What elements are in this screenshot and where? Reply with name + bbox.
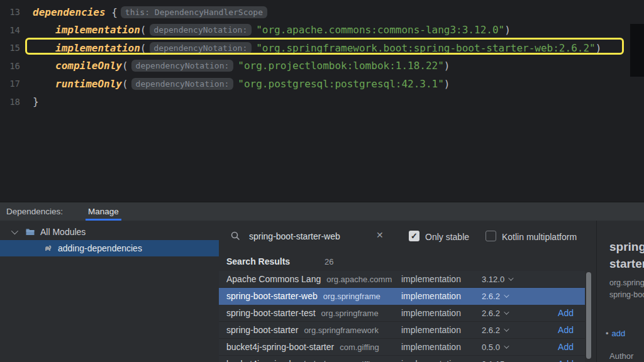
clear-search-icon[interactable]: ✕ — [376, 230, 384, 240]
artifact-name: spring-boot-starter — [226, 325, 298, 335]
dependencies-block-keyword: dependencies — [33, 6, 106, 18]
version-dropdown[interactable]: 3.12.0 — [482, 275, 535, 284]
toolwindow-header: Dependencies: Manage — [0, 202, 644, 221]
version-dropdown[interactable]: 0.1.15 — [482, 359, 535, 362]
add-button[interactable]: Add — [535, 342, 585, 352]
close-paren: ) — [504, 24, 511, 36]
close-paren: ) — [444, 60, 450, 72]
bullet-icon: • — [606, 329, 609, 338]
method-call: implementation — [55, 42, 140, 54]
scope-cell[interactable]: implementation — [401, 291, 482, 301]
version-dropdown[interactable]: 0.5.0 — [482, 343, 535, 352]
table-row-selected[interactable]: spring-boot-starter-weborg.springframe i… — [219, 288, 585, 305]
group-id: com.giffing — [340, 359, 379, 362]
table-row[interactable]: spring-boot-starter-testorg.springframe … — [219, 305, 585, 322]
code-line-13[interactable]: 13 dependencies {this: DependencyHandler… — [0, 3, 644, 21]
detail-artifact-id: spring-boot-starter-web — [609, 290, 644, 299]
artifact-name: spring-boot-starter-test — [226, 308, 316, 318]
table-row[interactable]: bucket4j-spring-boot-startercom.giffing … — [219, 339, 585, 356]
version-dropdown[interactable]: 2.6.2 — [482, 326, 535, 335]
method-call: implementation — [55, 24, 140, 36]
gradle-icon — [43, 243, 53, 253]
open-paren: ( — [122, 78, 128, 90]
search-results-panel: spring-boot-starter-web ✕ ✓ Only stable … — [219, 221, 596, 362]
artifact-name: spring-boot-starter-web — [226, 291, 318, 301]
dependency-string: "org.postgresql:postgresql:42.3.1" — [238, 78, 444, 90]
tree-item-label: adding-dependencies — [58, 243, 142, 253]
close-paren: ) — [444, 78, 450, 90]
code-editor[interactable]: 13 dependencies {this: DependencyHandler… — [0, 0, 644, 202]
tree-item-label: All Modules — [40, 227, 86, 237]
modules-tree: All Modules adding-dependencies — [0, 221, 219, 362]
only-stable-label[interactable]: Only stable — [425, 232, 469, 242]
line-number[interactable]: 15 — [4, 43, 20, 53]
code-line-18[interactable]: 18 } — [0, 93, 644, 111]
detail-action-row: •add — [606, 329, 625, 338]
scope-cell[interactable]: implementation — [401, 274, 482, 284]
dependency-string: "org.projectlombok:lombok:1.18.22" — [238, 60, 444, 72]
artifact-name: bucket4j-spring-boot-starter — [226, 342, 334, 352]
chevron-down-icon — [504, 292, 509, 297]
close-paren: ) — [596, 42, 602, 54]
line-number[interactable]: 14 — [4, 25, 20, 35]
inlay-hint: dependencyNotation: — [150, 42, 252, 54]
method-call: runtimeOnly — [55, 78, 122, 90]
tree-item-all-modules[interactable]: All Modules — [0, 224, 219, 240]
scope-cell[interactable]: implementation — [401, 342, 482, 352]
chevron-down-icon[interactable] — [11, 228, 18, 234]
search-results-title: Search Results — [226, 256, 290, 266]
line-number[interactable]: 17 — [4, 79, 20, 89]
tab-manage[interactable]: Manage — [86, 202, 121, 221]
editor-scrollbar-marks[interactable] — [630, 24, 644, 77]
code-line-14[interactable]: 14 implementation(dependencyNotation:"or… — [0, 21, 644, 40]
group-id: com.giffing — [340, 343, 379, 352]
search-icon — [230, 231, 240, 243]
inlay-hint: this: DependencyHandlerScope — [121, 6, 267, 18]
open-paren: ( — [140, 24, 147, 36]
open-brace: { — [106, 6, 118, 18]
line-number[interactable]: 18 — [4, 97, 20, 107]
results-scrollbar[interactable] — [586, 272, 591, 359]
package-detail-panel: spring-boot-starter-web org.springframew… — [596, 221, 644, 362]
scope-cell[interactable]: implementation — [401, 359, 482, 362]
results-table: Apache Commons Langorg.apache.comm imple… — [219, 271, 585, 362]
code-line-15[interactable]: 15 implementation(dependencyNotation:"or… — [0, 39, 644, 57]
tree-item-adding-dependencies[interactable]: adding-dependencies — [0, 240, 219, 256]
table-row[interactable]: bucket4j-spring-boot-startercom.giffing … — [219, 356, 585, 362]
open-paren: ( — [140, 42, 147, 54]
table-row[interactable]: spring-boot-starterorg.springframework i… — [219, 322, 585, 339]
method-call: compileOnly — [55, 60, 122, 72]
code-line-16[interactable]: 16 compileOnly(dependencyNotation:"org.p… — [0, 57, 644, 75]
add-link[interactable]: add — [612, 329, 626, 338]
code-line-17[interactable]: 17 runtimeOnly(dependencyNotation:"org.p… — [0, 75, 644, 93]
version-dropdown[interactable]: 2.6.2 — [482, 309, 535, 318]
modules-folder-icon — [25, 227, 35, 237]
artifact-name: bucket4j-spring-boot-starter — [226, 359, 334, 362]
group-id: org.springframe — [323, 292, 380, 301]
search-input[interactable]: spring-boot-starter-web — [249, 231, 340, 241]
detail-authors-label: Author — [609, 351, 633, 361]
chevron-down-icon — [504, 326, 509, 331]
scope-cell[interactable]: implementation — [401, 308, 482, 318]
kotlin-multiplatform-checkbox[interactable] — [486, 231, 496, 241]
version-dropdown[interactable]: 2.6.2 — [482, 292, 535, 301]
close-brace: } — [33, 96, 39, 107]
inlay-hint: dependencyNotation: — [131, 60, 234, 72]
line-number[interactable]: 16 — [4, 61, 20, 71]
group-id: org.springframework — [304, 326, 379, 335]
dependencies-toolwindow: Dependencies: Manage All Modules adding-… — [0, 202, 644, 362]
toolwindow-title: Dependencies: — [6, 207, 63, 216]
add-button[interactable]: Add — [535, 325, 585, 335]
only-stable-checkbox[interactable]: ✓ — [409, 231, 419, 241]
line-number[interactable]: 13 — [4, 7, 20, 17]
kotlin-multiplatform-label[interactable]: Kotlin multiplatform — [502, 232, 577, 242]
table-row[interactable]: Apache Commons Langorg.apache.comm imple… — [219, 271, 585, 288]
detail-group-id: org.springframework.boot — [609, 278, 644, 287]
add-button[interactable]: Add — [535, 308, 585, 318]
add-button[interactable]: Add — [535, 359, 585, 362]
scope-cell[interactable]: implementation — [401, 325, 482, 335]
inlay-hint: dependencyNotation: — [150, 24, 252, 36]
chevron-down-icon — [504, 309, 509, 314]
detail-title: spring-boot-starter-web — [609, 238, 644, 272]
chevron-down-icon — [504, 343, 509, 348]
